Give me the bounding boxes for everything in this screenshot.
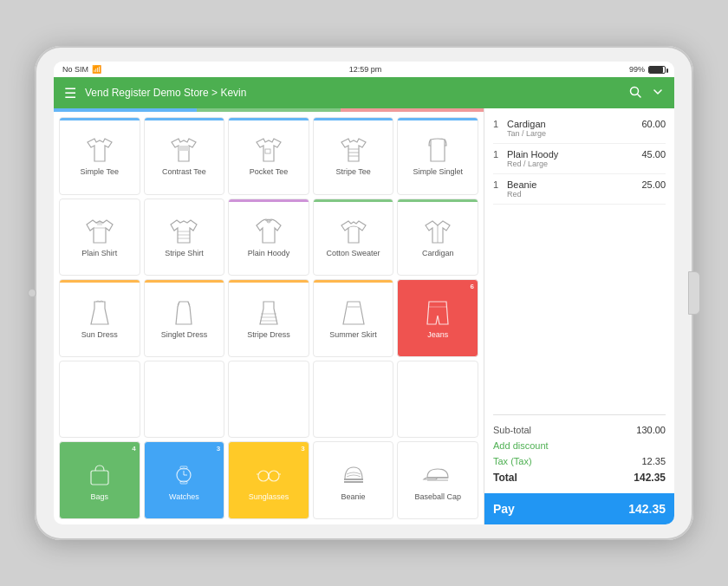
cart-item-price: 25.00 xyxy=(641,179,666,190)
product-badge: 3 xyxy=(217,445,220,453)
product-name: Summer Skirt xyxy=(329,330,377,340)
cart-item-variant: Red / Large xyxy=(507,160,558,168)
stripe-shirt-icon xyxy=(166,216,201,247)
product-summer-skirt[interactable]: Summer Skirt xyxy=(313,279,394,357)
product-name: Singlet Dress xyxy=(161,330,208,340)
time-label: 12:59 pm xyxy=(349,65,382,74)
product-name: Pocket Tee xyxy=(250,167,288,177)
product-beanie[interactable]: Beanie xyxy=(313,441,394,519)
cart-item-info: Beanie Red xyxy=(507,179,536,199)
cart-item-info: Cardigan Tan / Large xyxy=(507,119,546,138)
cap-icon xyxy=(420,459,455,491)
subtotal-row: Sub-total 130.00 xyxy=(493,422,666,438)
product-name: Simple Tee xyxy=(81,167,119,177)
color-indicator xyxy=(314,199,393,202)
status-bar: No SIM 📶 12:59 pm 99% xyxy=(54,62,674,77)
hoody-icon xyxy=(251,216,286,247)
empty-slot-2 xyxy=(144,361,225,439)
header-actions xyxy=(629,86,664,101)
product-name: Stripe Shirt xyxy=(165,249,204,258)
cart-item[interactable]: 1 Beanie Red 25.00 xyxy=(493,174,666,205)
empty-slot-3 xyxy=(228,361,309,439)
product-name: Cotton Sweater xyxy=(327,249,380,258)
product-pocket-tee[interactable]: Pocket Tee xyxy=(228,117,309,195)
cart-item-variant: Tan / Large xyxy=(507,129,546,138)
product-stripe-dress[interactable]: Stripe Dress xyxy=(228,279,309,357)
cart-item[interactable]: 1 Cardigan Tan / Large 60.00 xyxy=(493,114,666,144)
dropdown-icon[interactable] xyxy=(652,86,664,101)
product-name: Jeans xyxy=(427,330,448,340)
tax-value: 12.35 xyxy=(641,456,666,466)
bags-icon xyxy=(82,459,117,491)
cart-item-name: Cardigan xyxy=(507,119,546,129)
pocket-tee-icon xyxy=(251,134,286,166)
cart-item-qty: 1 xyxy=(493,149,502,168)
app-header: ☰ Vend Register Demo Store > Kevin xyxy=(54,77,674,108)
product-simple-singlet[interactable]: Simple Singlet xyxy=(397,117,478,195)
color-indicator xyxy=(314,118,393,120)
tax-row: Tax (Tax) 12.35 xyxy=(493,453,666,469)
add-discount-link[interactable]: Add discount xyxy=(493,440,549,451)
product-badge: 4 xyxy=(132,445,135,453)
empty-slot-5 xyxy=(397,361,478,439)
product-sunglasses[interactable]: 3 Sunglasses xyxy=(228,441,309,519)
cart-item-variant: Red xyxy=(507,190,536,199)
tablet-screen: No SIM 📶 12:59 pm 99% ☰ Vend Register De… xyxy=(54,62,674,524)
products-grid: Simple Tee Contrast Tee xyxy=(54,112,484,524)
cart-item-price: 60.00 xyxy=(641,119,666,129)
subtotal-label: Sub-total xyxy=(493,425,531,435)
cart-item[interactable]: 1 Plain Hoody Red / Large 45.00 xyxy=(493,144,666,174)
cart-item-qty: 1 xyxy=(493,119,502,138)
sweater-icon xyxy=(336,216,371,247)
product-name: Sunglasses xyxy=(249,492,289,502)
product-stripe-shirt[interactable]: Stripe Shirt xyxy=(144,199,225,277)
menu-icon[interactable]: ☰ xyxy=(64,85,76,101)
cart-item-name: Beanie xyxy=(507,179,536,190)
product-name: Contrast Tee xyxy=(162,167,206,177)
cart-item-left: 1 Beanie Red xyxy=(493,179,536,199)
product-watches[interactable]: 3 Watches xyxy=(144,441,225,519)
product-cotton-sweater[interactable]: Cotton Sweater xyxy=(313,199,394,277)
product-singlet-dress[interactable]: Singlet Dress xyxy=(144,279,225,357)
empty-slot-4 xyxy=(313,361,394,439)
product-contrast-tee[interactable]: Contrast Tee xyxy=(144,117,225,195)
color-indicator xyxy=(398,199,478,202)
svg-point-26 xyxy=(269,471,279,481)
product-plain-hoody[interactable]: Plain Hoody xyxy=(228,199,309,277)
product-stripe-tee[interactable]: Stripe Tee xyxy=(313,117,394,195)
svg-rect-3 xyxy=(265,149,270,153)
total-value: 142.35 xyxy=(634,472,666,484)
pay-button[interactable]: Pay 142.35 xyxy=(484,493,674,524)
cart-item-left: 1 Plain Hoody Red / Large xyxy=(493,149,558,168)
product-cardigan[interactable]: Cardigan xyxy=(397,199,478,277)
sun-dress-icon xyxy=(82,297,117,329)
product-badge: 3 xyxy=(301,445,304,453)
color-indicator xyxy=(229,280,309,283)
products-section: Simple Tee Contrast Tee xyxy=(54,108,484,524)
product-bags[interactable]: 4 Bags xyxy=(59,441,140,519)
product-name: Plain Hoody xyxy=(248,249,290,258)
product-jeans[interactable]: 6 Jeans xyxy=(397,279,478,357)
battery-percent: 99% xyxy=(629,65,645,74)
discount-row[interactable]: Add discount xyxy=(493,438,666,453)
pay-label: Pay xyxy=(493,502,515,516)
color-indicator xyxy=(145,118,224,120)
product-sun-dress[interactable]: Sun Dress xyxy=(59,279,140,357)
product-plain-shirt[interactable]: Plain Shirt xyxy=(59,199,140,277)
product-simple-tee[interactable]: Simple Tee xyxy=(59,117,140,195)
watches-icon xyxy=(166,459,201,491)
subtotal-value: 130.00 xyxy=(636,425,666,435)
product-baseball-cap[interactable]: Baseball Cap xyxy=(397,441,478,519)
product-name: Stripe Dress xyxy=(247,330,290,340)
cart-item-qty: 1 xyxy=(493,179,502,199)
shirt-icon xyxy=(82,216,117,247)
product-name: Baseball Cap xyxy=(414,492,461,502)
sunglasses-icon xyxy=(251,459,286,491)
status-right: 99% xyxy=(629,65,666,74)
product-name: Cardigan xyxy=(422,249,454,258)
color-indicator xyxy=(229,199,309,202)
store-title: Vend Register Demo Store > Kevin xyxy=(85,87,629,99)
search-icon[interactable] xyxy=(629,86,641,101)
svg-rect-19 xyxy=(91,471,108,485)
total-label: Total xyxy=(493,472,517,484)
